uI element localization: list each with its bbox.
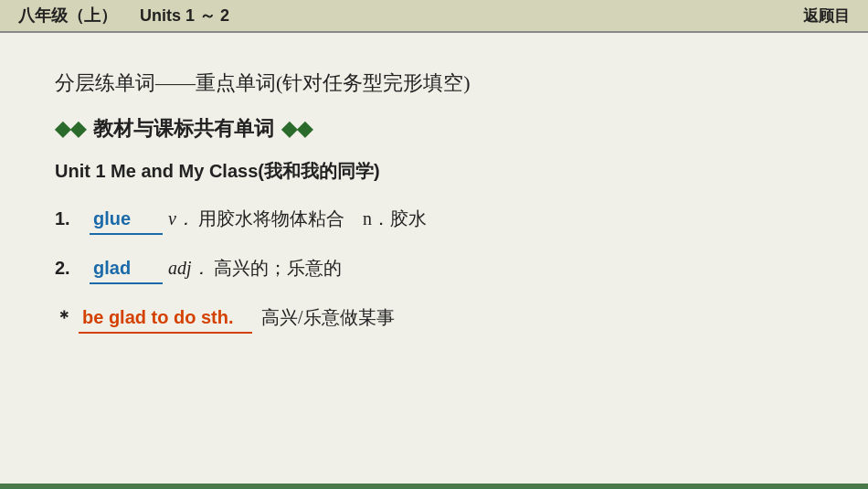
units-label: Units 1 ～ 2	[140, 6, 229, 25]
diamond-right-icon: ◆◆	[281, 117, 312, 141]
section-title: 分层练单词——重点单词(针对任务型完形填空)	[55, 69, 813, 97]
subsection-title: ◆◆ 教材与课标共有单词 ◆◆	[55, 115, 813, 143]
subsection-label: 教材与课标共有单词	[93, 115, 274, 143]
main-content: 分层练单词——重点单词(针对任务型完形填空) ◆◆ 教材与课标共有单词 ◆◆ U…	[0, 33, 868, 368]
vocab-number-1: 1.	[55, 204, 80, 233]
bottom-bar	[0, 484, 868, 489]
vocab-pos-1: v．	[168, 204, 195, 233]
page-header: 八年级（上） Units 1 ～ 2 返顾目	[0, 0, 868, 33]
phrase-item-1: ＊ be glad to do sth. 高兴/乐意做某事	[55, 303, 813, 334]
vocab-item-2: 2. glad adj． 高兴的；乐意的	[55, 253, 813, 284]
phrase-star-1: ＊	[55, 303, 73, 332]
nav-return[interactable]: 返顾目	[803, 5, 850, 27]
vocab-number-2: 2.	[55, 253, 80, 282]
vocab-def-1: 用胶水将物体粘合 n．胶水	[198, 204, 427, 233]
vocab-item-1: 1. glue v． 用胶水将物体粘合 n．胶水	[55, 204, 813, 235]
diamond-left-icon: ◆◆	[55, 117, 86, 141]
header-title: 八年级（上） Units 1 ～ 2	[18, 5, 229, 27]
unit-title: Unit 1 Me and My Class(我和我的同学)	[55, 159, 813, 184]
phrase-def-1: 高兴/乐意做某事	[261, 303, 395, 332]
vocab-pos-2: adj．	[168, 253, 210, 282]
grade-label: 八年级（上）	[18, 6, 117, 25]
phrase-word-1: be glad to do sth.	[79, 303, 252, 334]
vocab-word-2: glad	[90, 253, 163, 284]
vocab-word-1: glue	[90, 204, 163, 235]
vocab-def-2: 高兴的；乐意的	[214, 253, 342, 282]
